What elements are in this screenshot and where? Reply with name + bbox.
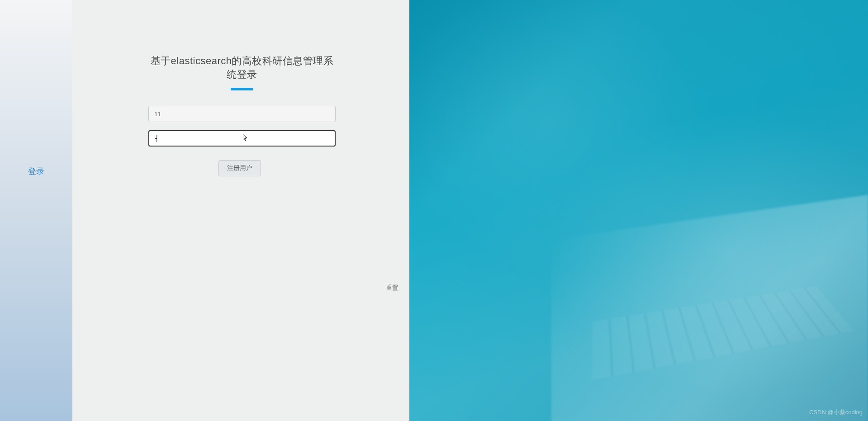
title-underline bbox=[231, 88, 253, 90]
sidebar-login-label[interactable]: 登录 bbox=[28, 166, 44, 177]
watermark-text: CSDN @小蔡coding bbox=[809, 408, 863, 416]
password-input[interactable] bbox=[148, 130, 336, 147]
main-panel: 基于elasticsearch的高校科研信息管理系统登录 注册用户 重置 bbox=[72, 0, 409, 421]
register-button[interactable]: 注册用户 bbox=[218, 160, 261, 176]
login-form: 基于elasticsearch的高校科研信息管理系统登录 注册用户 bbox=[148, 54, 336, 176]
page-title: 基于elasticsearch的高校科研信息管理系统登录 bbox=[148, 54, 336, 81]
username-input[interactable] bbox=[148, 106, 336, 122]
left-sidebar: 登录 bbox=[0, 0, 72, 421]
right-hero-panel bbox=[409, 0, 868, 421]
reset-link[interactable]: 重置 bbox=[386, 284, 398, 292]
